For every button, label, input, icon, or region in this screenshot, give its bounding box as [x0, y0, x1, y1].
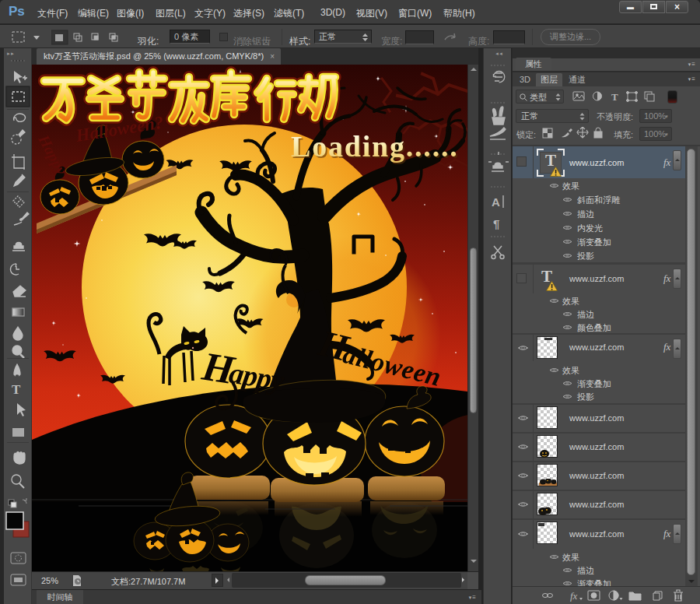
svg-text:Loading......: Loading...... — [291, 130, 459, 163]
svg-text:T: T — [12, 382, 21, 397]
svg-text:T: T — [611, 91, 618, 103]
svg-text:A: A — [492, 195, 500, 209]
svg-text:¶: ¶ — [493, 217, 499, 230]
svg-text:fx: fx — [570, 590, 578, 602]
